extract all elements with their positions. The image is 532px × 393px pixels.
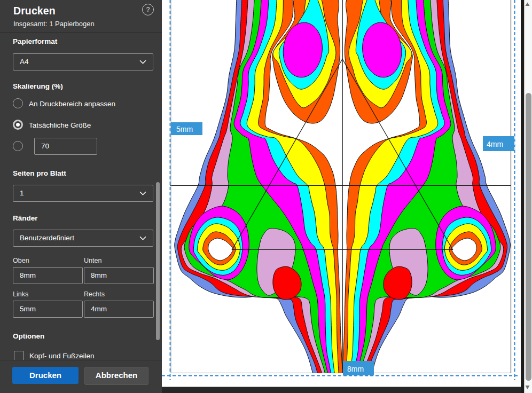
svg-text:8mm: 8mm: [347, 365, 364, 373]
svg-text:4mm: 4mm: [487, 140, 503, 148]
svg-text:5mm: 5mm: [176, 125, 193, 133]
